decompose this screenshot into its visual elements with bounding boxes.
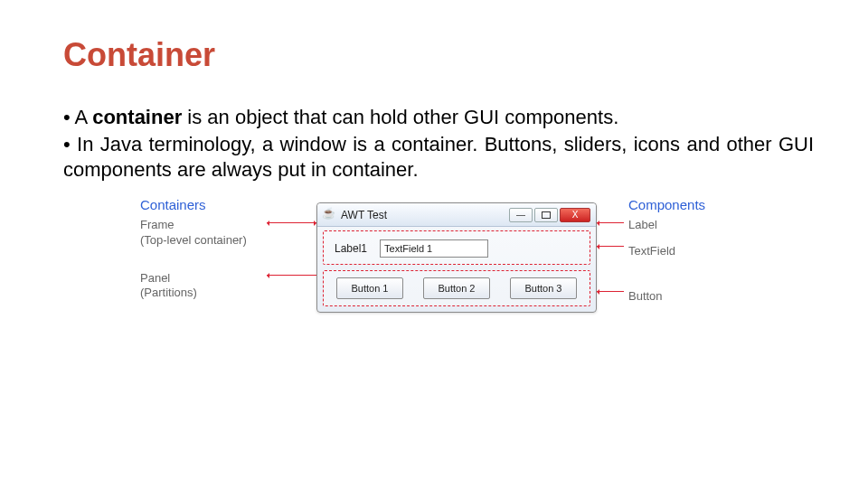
frame-label: Frame xyxy=(140,218,285,232)
client-area: Label1 Button 1 Button 2 Button 3 xyxy=(317,227,596,310)
arrow-frame xyxy=(267,222,316,223)
label-1: Label1 xyxy=(335,242,367,255)
right-annotations: Components Label TextField Button xyxy=(628,197,737,304)
arrow-textfield xyxy=(597,246,624,247)
panel-label: Panel xyxy=(140,271,285,286)
textfield-1[interactable] xyxy=(380,239,488,258)
panel-1: Label1 xyxy=(323,230,590,265)
titlebar: AWT Test — X xyxy=(317,203,596,227)
diagram: Containers Frame (Top-level container) P… xyxy=(140,197,737,369)
label-annotation: Label xyxy=(628,218,737,232)
close-button[interactable]: X xyxy=(560,208,590,222)
textfield-annotation: TextField xyxy=(628,244,737,258)
components-header: Components xyxy=(628,197,737,212)
minimize-button[interactable]: — xyxy=(509,208,533,222)
restore-button[interactable] xyxy=(534,208,558,222)
bullet-text: In Java terminology, a window is a conta… xyxy=(63,133,814,181)
button-3[interactable]: Button 3 xyxy=(510,277,577,299)
bullet-text: A xyxy=(75,106,93,128)
window-title: AWT Test xyxy=(341,209,504,221)
java-icon xyxy=(323,209,335,221)
bullet-bold: container xyxy=(92,106,182,128)
window-buttons: — X xyxy=(509,208,590,222)
button-1[interactable]: Button 1 xyxy=(336,277,403,299)
arrow-label xyxy=(597,222,624,223)
bullet-item: • A container is an object that can hold… xyxy=(63,105,814,130)
window-frame: AWT Test — X Label1 Button 1 Button 2 Bu… xyxy=(316,202,597,313)
bullet-list: • A container is an object that can hold… xyxy=(63,105,814,183)
arrow-panel xyxy=(267,275,321,276)
containers-header: Containers xyxy=(140,197,285,212)
slide: Container • A container is an object tha… xyxy=(0,0,868,387)
panel-2: Button 1 Button 2 Button 3 xyxy=(323,270,590,306)
frame-sublabel: (Top-level container) xyxy=(140,233,285,248)
button-2[interactable]: Button 2 xyxy=(423,277,490,299)
panel-sublabel: (Partitions) xyxy=(140,286,285,300)
arrow-button xyxy=(597,291,624,292)
left-annotations: Containers Frame (Top-level container) P… xyxy=(140,197,285,300)
slide-title: Container xyxy=(63,36,814,74)
button-annotation: Button xyxy=(628,289,737,304)
bullet-text: is an object that can hold other GUI com… xyxy=(182,106,618,128)
bullet-item: • In Java terminology, a window is a con… xyxy=(63,132,814,183)
